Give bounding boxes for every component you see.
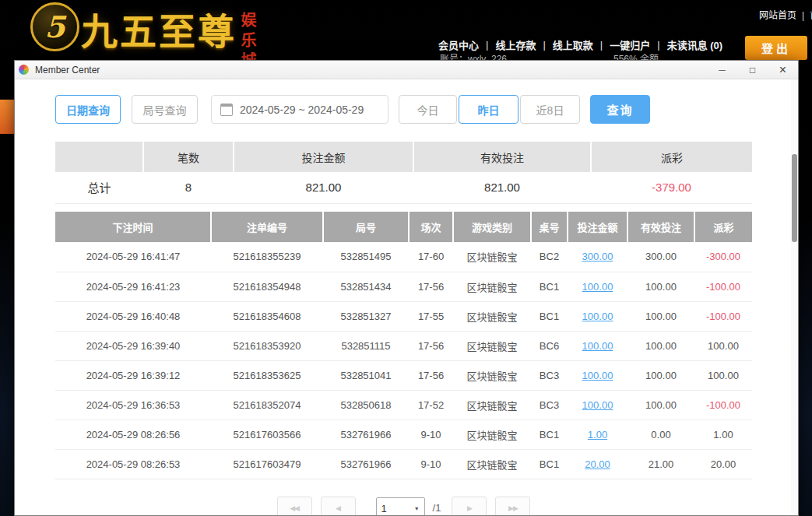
next-page-button[interactable]: ▶ [452,497,487,515]
col-bet-time: 下注时间 [55,212,211,242]
window-content: 日期查询 局号查询 2024-05-29 ~ 2024-05-29 今日 昨日 … [15,79,798,515]
session-cell: 9-10 [409,419,453,449]
previous-page-button[interactable]: ◀ [321,497,356,515]
bet-amount-link[interactable]: 100.00 [582,399,613,411]
bet-slip-id-cell: 521618352074 [211,390,323,419]
bet-time-cell: 2024-05-29 16:39:12 [55,360,211,390]
bet-row: 2024-05-29 16:41:23521618354948532851434… [55,272,752,301]
minimize-button[interactable]: ─ [707,61,737,79]
first-page-button[interactable]: ◀◀ [277,497,312,515]
bet-row: 2024-05-29 16:40:48521618354608532851327… [55,301,752,331]
summary-bet-amount-value: 821.00 [234,172,413,203]
session-cell: 17-60 [409,242,453,272]
maximize-button[interactable]: □ [737,61,768,79]
payout-cell: -300.00 [694,242,752,272]
bet-row: 2024-05-29 16:39:40521618353920532851115… [55,331,752,360]
last-page-button[interactable]: ▶▶ [495,497,530,515]
app-icon [19,65,29,75]
member-center-window: Member Center ─ □ × 日期查询 局号查询 2024-05-29… [14,60,799,516]
logout-button[interactable]: 登出 [745,36,807,60]
tab-round-query[interactable]: 局号查询 [132,95,198,124]
bets-tbody: 2024-05-29 16:41:47521618355239532851495… [55,242,752,479]
bet-slip-id-cell: 521617603479 [211,449,323,479]
col-round-id: 局号 [323,212,409,242]
tab-date-query[interactable]: 日期查询 [55,95,121,124]
scrollbar-thumb[interactable] [792,154,797,242]
nav-link-5[interactable]: 未读讯息 (0) [667,37,723,52]
bet-time-cell: 2024-05-29 08:26:53 [55,449,211,479]
bet-amount-cell: 100.00 [568,272,627,301]
query-button[interactable]: 查询 [590,95,650,124]
game-type-cell: 区块链骰宝 [453,419,531,449]
table-id-cell: BC3 [531,390,568,419]
bet-time-cell: 2024-05-29 16:41:23 [55,272,211,301]
bet-row: 2024-05-29 16:41:47521618355239532851495… [55,242,752,272]
valid-bet-cell: 100.00 [627,390,694,419]
summary-col-bet-amount: 投注金额 [234,142,413,172]
window-title: Member Center [35,65,100,75]
close-button[interactable]: × [768,61,798,79]
bet-amount-link[interactable]: 1.00 [588,429,607,441]
game-type-cell: 区块链骰宝 [453,449,531,479]
col-bet-amount: 投注金额 [568,212,627,242]
site-logo-icon: 5 [30,2,79,51]
bet-slip-id-cell: 521618354948 [211,272,323,301]
bet-row: 2024-05-29 08:26:56521617603566532761966… [55,419,752,449]
scrollbar-track[interactable] [791,79,798,515]
col-game-type: 游戏类别 [453,212,531,242]
page-select[interactable]: 1 ▼ [376,497,425,515]
summary-header-row: 笔数 投注金额 有效投注 派彩 [55,142,752,172]
table-id-cell: BC1 [531,301,568,331]
session-cell: 9-10 [409,449,453,479]
nav-link-1[interactable]: 会员中心 [438,37,479,52]
bet-amount-link[interactable]: 100.00 [582,370,613,381]
nav-link-4[interactable]: 一键归户 [610,37,650,52]
date-range-value: 2024-05-29 ~ 2024-05-29 [240,104,364,116]
summary-valid-bet-value: 821.00 [413,172,591,203]
bet-amount-link[interactable]: 100.00 [582,340,613,352]
summary-table: 笔数 投注金额 有效投注 派彩 总计 8 821.00 821.00 -379.… [55,142,752,204]
date-range-input[interactable]: 2024-05-29 ~ 2024-05-29 [211,95,388,124]
calendar-icon [220,104,233,116]
valid-bet-cell: 100.00 [627,331,694,360]
col-bet-slip-id: 注单编号 [211,212,323,242]
yesterday-button[interactable]: 昨日 [459,95,518,124]
payout-cell: -100.00 [694,390,752,419]
payout-cell: -100.00 [694,272,752,301]
table-id-cell: BC6 [531,331,568,360]
round-id-cell: 532850618 [323,390,409,419]
bet-amount-cell: 1.00 [568,419,627,449]
summary-col-blank [55,142,143,172]
page-total-label: /1 [433,497,441,515]
nav-link-2[interactable]: 线上存款 [495,37,536,52]
bet-row: 2024-05-29 16:36:53521618352074532850618… [55,390,752,419]
last-8-days-button[interactable]: 近8日 [520,95,580,124]
window-titlebar[interactable]: Member Center ─ □ × [15,61,798,79]
bet-amount-link[interactable]: 100.00 [582,281,613,293]
payout-cell: -100.00 [694,301,752,331]
valid-bet-cell: 100.00 [627,360,694,390]
bet-amount-link[interactable]: 300.00 [582,251,613,262]
today-button[interactable]: 今日 [399,95,457,124]
window-controls: ─ □ × [707,61,798,79]
pagination: ◀◀ ◀ 1 ▼ /1 ▶ ▶▶ [55,497,752,515]
table-id-cell: BC3 [531,360,568,390]
nav-link-3[interactable]: 线上取款 [553,37,593,52]
bet-amount-link[interactable]: 100.00 [582,311,613,322]
bet-amount-cell: 100.00 [568,331,627,360]
banner-strip [0,100,14,134]
bet-time-cell: 2024-05-29 16:36:53 [55,390,211,419]
round-id-cell: 532851115 [323,331,409,360]
nav-separator: | [486,39,488,51]
page-select-value: 1 [381,503,387,514]
bet-amount-link[interactable]: 20.00 [585,458,610,470]
bet-time-cell: 2024-05-29 16:41:47 [55,242,211,272]
payout-cell: 100.00 [694,331,752,360]
summary-col-valid-bet: 有效投注 [413,142,591,172]
session-cell: 17-56 [409,331,453,360]
bet-slip-id-cell: 521618355239 [211,242,323,272]
home-link[interactable]: 网站首页 [759,10,796,21]
game-type-cell: 区块链骰宝 [453,272,531,301]
session-cell: 17-56 [409,360,453,390]
bet-amount-cell: 300.00 [568,242,627,272]
